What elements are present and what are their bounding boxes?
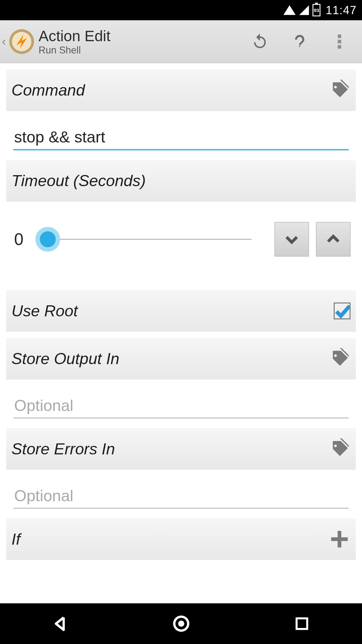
timeout-label: Timeout (Seconds) [12, 172, 146, 190]
status-bar: 93 11:47 [0, 0, 362, 20]
command-input[interactable] [13, 120, 349, 150]
battery-icon: 93 [312, 4, 320, 16]
tag-icon[interactable] [329, 438, 351, 460]
back-chevron-icon[interactable]: ‹ [2, 35, 6, 49]
battery-level: 93 [314, 8, 319, 13]
signal-icon [299, 5, 309, 15]
nav-back-button[interactable] [47, 610, 74, 637]
timeout-slider[interactable] [41, 239, 251, 240]
undo-button[interactable] [240, 20, 280, 63]
timeout-value: 0 [12, 230, 37, 249]
store-output-label: Store Output In [12, 349, 119, 368]
page-title: Action Edit [39, 27, 240, 45]
content-area: Command Timeout (Seconds) 0 [0, 63, 362, 603]
use-root-row[interactable]: Use Root [6, 290, 356, 332]
svg-rect-3 [338, 40, 341, 43]
command-header: Command [6, 69, 356, 111]
overflow-menu-button[interactable] [320, 20, 359, 63]
command-input-wrap [6, 111, 356, 154]
timeout-row: 0 [6, 202, 356, 277]
store-errors-header: Store Errors In [6, 428, 356, 470]
timeout-header: Timeout (Seconds) [6, 160, 356, 202]
nav-recent-button[interactable] [288, 610, 315, 637]
use-root-checkbox[interactable] [334, 303, 350, 319]
tag-icon[interactable] [329, 348, 351, 369]
page-subtitle: Run Shell [39, 44, 240, 56]
svg-point-8 [178, 620, 184, 627]
navigation-bar [0, 603, 362, 644]
nav-home-button[interactable] [168, 610, 194, 637]
tasker-app-icon[interactable] [8, 27, 36, 56]
store-output-header: Store Output In [6, 338, 356, 380]
store-errors-label: Store Errors In [12, 440, 115, 458]
help-button[interactable] [280, 20, 320, 63]
action-bar: ‹ Action Edit Run Shell [0, 20, 362, 63]
tag-icon[interactable] [329, 80, 351, 101]
command-label: Command [12, 81, 85, 99]
if-header: If [6, 519, 356, 560]
store-output-input[interactable] [13, 388, 349, 419]
use-root-label: Use Root [12, 302, 78, 320]
svg-rect-4 [338, 45, 341, 48]
increase-button[interactable] [316, 222, 351, 257]
store-output-input-wrap [6, 380, 356, 422]
plus-icon[interactable] [328, 528, 350, 550]
clock-text: 11:47 [326, 3, 357, 17]
title-block: Action Edit Run Shell [39, 27, 240, 56]
store-errors-input[interactable] [13, 479, 349, 509]
wifi-icon [283, 5, 296, 15]
svg-rect-2 [338, 35, 341, 38]
svg-rect-9 [296, 618, 307, 629]
if-label: If [12, 530, 20, 548]
decrease-button[interactable] [274, 222, 309, 257]
slider-thumb[interactable] [36, 227, 60, 252]
store-errors-input-wrap [6, 470, 356, 512]
